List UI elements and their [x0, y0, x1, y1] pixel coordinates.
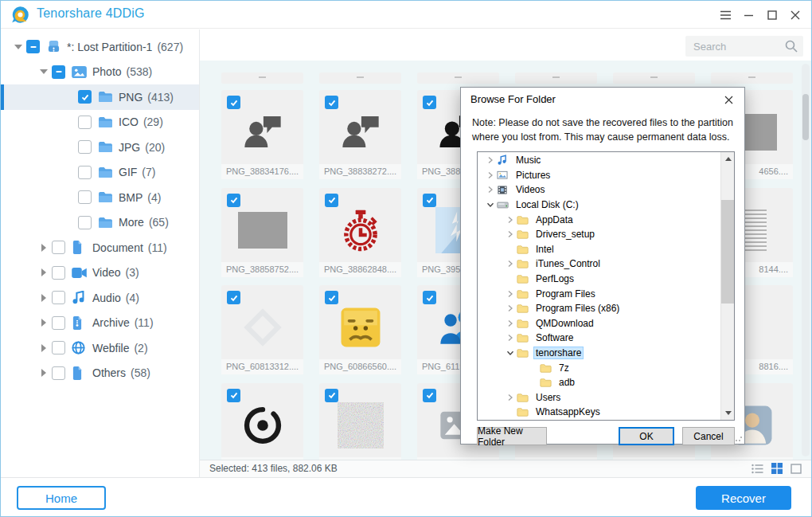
file-card[interactable]: PNG_38838272.... [319, 90, 401, 179]
dialog-tree-label[interactable]: 7z [556, 362, 572, 374]
chevron-right-icon[interactable] [504, 260, 517, 268]
checkbox-unchecked[interactable] [78, 166, 92, 179]
cancel-button[interactable]: Cancel [682, 427, 735, 445]
expander-right-icon[interactable] [36, 294, 52, 302]
checkbox-unchecked[interactable] [52, 341, 65, 354]
grid-view-icon[interactable] [771, 463, 783, 474]
scroll-down-icon[interactable] [721, 406, 735, 420]
grid-scrollbar-thumb[interactable] [802, 94, 809, 140]
dialog-tree-item-videos[interactable]: Videos [478, 182, 720, 198]
dialog-tree-label[interactable]: Drivers_setup [533, 228, 597, 241]
checkbox-unchecked[interactable] [78, 216, 92, 229]
dialog-tree-label[interactable]: Intel [533, 243, 556, 256]
dialog-tree-label[interactable]: Local Disk (C:) [513, 198, 581, 211]
menu-icon[interactable] [714, 3, 737, 27]
dialog-tree-label[interactable]: QMDownload [533, 317, 596, 330]
dialog-tree-item-users[interactable]: Users [478, 390, 720, 405]
scroll-up-icon[interactable] [721, 152, 735, 166]
sidebar-item-audio[interactable]: Audio(4) [1, 285, 199, 311]
checkbox-unchecked[interactable] [52, 316, 65, 330]
dialog-scrollbar-thumb[interactable] [721, 200, 735, 304]
dialog-tree-label[interactable]: iTunes_Control [533, 257, 603, 270]
dialog-tree-item-itunes-control[interactable]: iTunes_Control [478, 257, 720, 272]
make-new-folder-button[interactable]: Make New Folder [477, 427, 547, 445]
grid-scrollbar[interactable] [802, 64, 810, 456]
dialog-resize-grip[interactable] [735, 434, 743, 442]
chevron-right-icon[interactable] [504, 304, 517, 312]
checkbox-checked[interactable] [78, 90, 92, 104]
sidebar-item--lost-partition-1[interactable]: *: Lost Partition-1(627) [1, 34, 199, 60]
checkbox-indet[interactable] [52, 65, 65, 79]
dialog-tree-item-perflogs[interactable]: PerfLogs [478, 272, 720, 287]
dialog-tree-label[interactable]: Program Files (x86) [533, 302, 622, 315]
expander-right-icon[interactable] [36, 319, 52, 327]
maximize-button[interactable] [760, 3, 783, 27]
search-box[interactable] [685, 36, 803, 57]
close-button[interactable] [783, 3, 806, 27]
dialog-tree-label[interactable]: Users [533, 391, 563, 404]
file-card[interactable]: PNG_38862848.... [319, 188, 401, 277]
sidebar-item-gif[interactable]: GIF(7) [1, 160, 199, 186]
sidebar-item-photo[interactable]: Photo(538) [1, 60, 199, 85]
dialog-tree-item-pictures[interactable]: Pictures [478, 168, 720, 183]
dialog-scrollbar[interactable] [720, 152, 734, 420]
expander-right-icon[interactable] [36, 268, 52, 276]
file-card[interactable]: PNG_38834176.... [221, 90, 303, 179]
checkbox-unchecked[interactable] [52, 291, 65, 304]
chevron-right-icon[interactable] [484, 156, 497, 164]
dialog-close-icon[interactable] [712, 88, 744, 112]
checkbox-unchecked[interactable] [52, 241, 65, 254]
dialog-tree-item-music[interactable]: Music [478, 153, 720, 168]
dialog-tree-item-program-files-x86-[interactable]: Program Files (x86) [478, 301, 720, 316]
sidebar-item-png[interactable]: PNG(413) [1, 84, 199, 110]
dialog-tree-item-whatsappkeys[interactable]: WhatsappKeys [478, 405, 720, 420]
expander-right-icon[interactable] [36, 344, 52, 352]
chevron-right-icon[interactable] [504, 290, 517, 298]
dialog-tree-item-tenorshare[interactable]: tenorshare [478, 346, 720, 361]
sidebar-item-archive[interactable]: Archive(11) [1, 311, 199, 336]
minimize-button[interactable] [737, 3, 760, 27]
list-view-icon[interactable] [751, 464, 763, 474]
checkbox-unchecked[interactable] [78, 140, 92, 154]
preview-view-icon[interactable] [791, 464, 802, 474]
chevron-right-icon[interactable] [504, 319, 517, 327]
dialog-tree-item-software[interactable]: Software [478, 331, 720, 346]
dialog-tree-label[interactable]: Music [513, 154, 543, 166]
file-card[interactable]: PNG_67220048 [319, 383, 401, 460]
sidebar-item-webfile[interactable]: Webfile(2) [1, 335, 199, 361]
chevron-down-icon[interactable] [484, 201, 497, 209]
dialog-tree-item-appdata[interactable]: AppData [478, 212, 720, 227]
home-button[interactable]: Home [17, 486, 106, 510]
chevron-right-icon[interactable] [484, 186, 497, 194]
chevron-right-icon[interactable] [504, 216, 517, 224]
file-card[interactable]: PNG_60866560.... [319, 285, 401, 374]
dialog-tree-label[interactable]: tenorshare [533, 347, 584, 359]
sidebar-item-others[interactable]: Others(58) [1, 361, 199, 386]
dialog-tree-label[interactable]: Pictures [513, 169, 552, 182]
chevron-right-icon[interactable] [504, 394, 517, 401]
checkbox-indet[interactable] [26, 40, 40, 53]
chevron-right-icon[interactable] [504, 334, 517, 342]
dialog-tree-label[interactable]: WhatsappKeys [533, 405, 603, 418]
sidebar-item-jpg[interactable]: JPG(20) [1, 135, 199, 160]
ok-button[interactable]: OK [619, 427, 674, 445]
search-icon[interactable] [785, 40, 798, 53]
dialog-tree-item-qmdownload[interactable]: QMDownload [478, 316, 720, 331]
dialog-tree-item-drivers-setup[interactable]: Drivers_setup [478, 227, 720, 242]
sidebar-item-ico[interactable]: ICO(29) [1, 110, 199, 135]
dialog-tree-item-program-files[interactable]: Program Files [478, 286, 720, 301]
checkbox-unchecked[interactable] [52, 366, 65, 380]
sidebar-item-bmp[interactable]: BMP(4) [1, 185, 199, 210]
dialog-tree-label[interactable]: Program Files [533, 288, 598, 300]
dialog-tree-label[interactable]: AppData [533, 213, 576, 226]
dialog-tree-item-local-disk-c-[interactable]: Local Disk (C:) [478, 198, 720, 213]
sidebar-item-video[interactable]: Video(3) [1, 260, 199, 286]
dialog-tree-label[interactable]: PerfLogs [533, 272, 576, 285]
file-card[interactable]: PNG_38858752.... [221, 188, 303, 277]
chevron-right-icon[interactable] [504, 230, 517, 238]
sidebar-item-document[interactable]: Document(11) [1, 235, 199, 260]
dialog-tree-item-adb[interactable]: adb [478, 375, 720, 390]
sidebar-item-more[interactable]: More(65) [1, 210, 199, 236]
dialog-tree-item-intel[interactable]: Intel [478, 242, 720, 257]
chevron-right-icon[interactable] [484, 171, 497, 179]
